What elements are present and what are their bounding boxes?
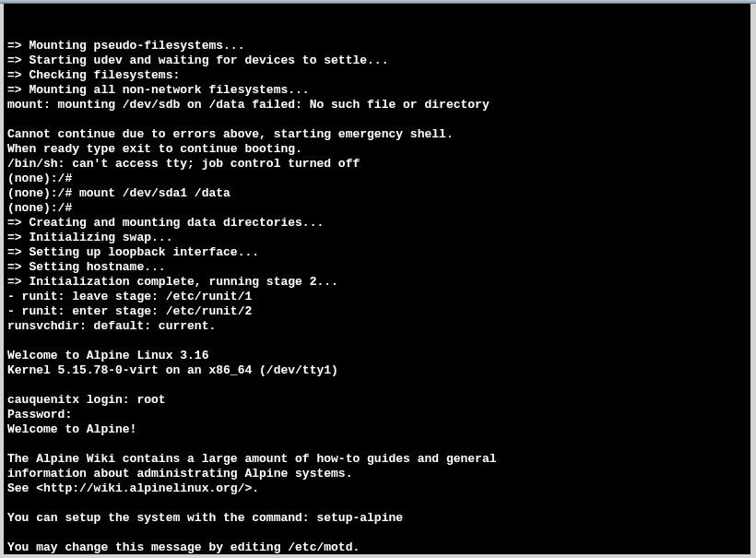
terminal-line: (none):/#: [7, 172, 747, 186]
terminal-line: Password:: [7, 408, 747, 422]
terminal-line: [7, 437, 747, 452]
terminal-line: See <http://wiki.alpinelinux.org/>.: [7, 481, 747, 496]
terminal-window[interactable]: => Mounting pseudo-filesystems...=> Star…: [4, 4, 750, 554]
terminal-line: - runit: leave stage: /etc/runit/1: [7, 290, 747, 304]
terminal-line: [7, 113, 747, 127]
terminal-line: [7, 526, 747, 540]
terminal-line: (none):/#: [7, 201, 747, 216]
terminal-scrollback: => Mounting pseudo-filesystems...=> Star…: [7, 39, 747, 554]
terminal-line: [7, 334, 747, 349]
terminal-line: mount: mounting /dev/sdb on /data failed…: [7, 98, 747, 113]
terminal-line: => Initialization complete, running stag…: [7, 275, 747, 290]
terminal-line: You can setup the system with the comman…: [7, 511, 747, 526]
terminal-line: => Setting hostname...: [7, 260, 747, 275]
terminal-line: [7, 378, 747, 393]
terminal-line: Cannot continue due to errors above, sta…: [7, 127, 747, 142]
terminal-line: [7, 496, 747, 511]
terminal-line: (none):/# mount /dev/sda1 /data: [7, 186, 747, 201]
terminal-line: information about administrating Alpine …: [7, 467, 747, 481]
terminal-line: Welcome to Alpine!: [7, 422, 747, 437]
terminal-line: => Mounting all non-network filesystems.…: [7, 83, 747, 98]
terminal-line: => Creating and mounting data directorie…: [7, 216, 747, 231]
terminal-line: /bin/sh: can't access tty; job control t…: [7, 157, 747, 172]
terminal-line: => Mounting pseudo-filesystems...: [7, 39, 747, 53]
terminal-line: When ready type exit to continue booting…: [7, 142, 747, 157]
terminal-line: => Checking filesystems:: [7, 68, 747, 83]
terminal-line: Kernel 5.15.78-0-virt on an x86_64 (/dev…: [7, 363, 747, 378]
terminal-line: runsvchdir: default: current.: [7, 319, 747, 334]
terminal-line: => Initializing swap...: [7, 231, 747, 245]
terminal-line: The Alpine Wiki contains a large amount …: [7, 452, 747, 467]
terminal-line: You may change this message by editing /…: [7, 540, 747, 554]
terminal-line: => Setting up loopback interface...: [7, 245, 747, 260]
terminal-line: Welcome to Alpine Linux 3.16: [7, 349, 747, 363]
terminal-line: cauquenitx login: root: [7, 393, 747, 408]
terminal-line: => Starting udev and waiting for devices…: [7, 53, 747, 68]
terminal-line: - runit: enter stage: /etc/runit/2: [7, 304, 747, 319]
